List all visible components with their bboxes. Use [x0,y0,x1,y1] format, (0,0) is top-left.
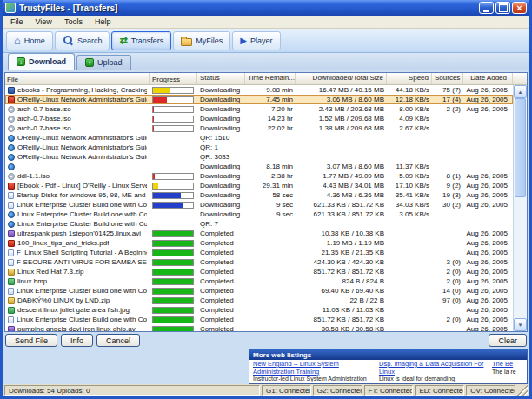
file-icon [8,163,15,170]
time-remaining: 7.20 hr [245,104,296,114]
info-button[interactable]: Info [61,334,93,347]
vertical-scrollbar[interactable] [513,85,527,331]
size-text: 3.06 MB / 8.60 MB [296,95,387,104]
menu-view[interactable]: View [30,17,58,26]
progress-bar [152,183,194,190]
table-row[interactable]: Linux Enterprise Cluster Build one with … [5,200,513,209]
table-row[interactable]: Linux Enterprise Cluster Build one with … [5,209,513,219]
minimize-icon[interactable] [479,2,494,14]
toolbar-home-button[interactable]: Home [6,31,53,50]
speed-text: 8.00 KB/s [387,104,432,114]
column-header-progress[interactable]: Progress [150,73,197,84]
table-row[interactable]: ddl-1.1.iso Downloading 2.38 hr 1.77 MB … [5,171,513,181]
file-name: DAĐKÝ%0 LINUX by LND.zip [17,296,110,305]
toolbar-myfiles-button[interactable]: MyFiles [173,31,230,50]
progress-bar [152,249,194,256]
speed-text: 17.10 KB/s [387,181,432,190]
player-icon [240,37,247,45]
table-row[interactable]: Linux Enterprise Cluster Build one with … [5,219,513,229]
table-row[interactable]: arch-0.7-base.iso Downloading 22.02 hr 1… [5,123,513,133]
scrollbar-track[interactable] [514,98,527,318]
table-row[interactable]: ultraspank push 1stepon'01425.linux.avi … [5,229,513,238]
clear-button[interactable]: Clear [489,334,527,347]
table-row[interactable]: Linux Enterprise Cluster Build one with … [5,315,513,324]
send-file-button[interactable]: Send File [5,334,57,347]
column-header-status[interactable]: Status [197,73,245,84]
file-name: linux.bmp [17,276,47,286]
column-header-date-added[interactable]: Date Added [463,73,513,84]
table-row[interactable]: DAĐKÝ%0 LINUX by LND.zip Completed 22 B … [5,296,513,305]
progress-bar [152,116,194,123]
size-text [296,133,387,143]
status-text: Completed [197,267,245,276]
scroll-down-icon[interactable] [514,318,527,331]
column-header-sources[interactable]: Sources [432,73,463,84]
scroll-up-icon[interactable] [514,85,527,98]
transfers-icon [119,36,127,45]
table-row[interactable]: Downloading 8.18 min 3.07 MB / 8.60 MB 1… [5,162,513,171]
network-status-ov: OV: Connected [466,385,515,396]
tab-upload[interactable]: Upload [76,55,131,70]
size-text: 21.35 KB / 21.35 KB [296,248,387,257]
status-text: Completed [197,305,245,315]
time-remaining [245,219,296,229]
status-text: Downloading [197,171,245,181]
size-text: 16.47 MB / 40.15 MB [296,85,387,95]
column-header-time-remaining[interactable]: Time Remain... [245,73,296,84]
table-row[interactable]: Linux Enterprise Cluster Build one with … [5,286,513,296]
speed-text [387,305,432,315]
status-text: QR: 7 [197,219,245,229]
menu-tools[interactable]: Tools [58,17,89,26]
date-added: Aug 26, 2005 [463,305,513,315]
table-row[interactable]: arch-0.7-base.iso Downloading 14.23 hr 1… [5,114,513,123]
speed-text: 35.41 KB/s [387,190,432,200]
ad-link[interactable]: Dsp. Imaging & Data Acquisition For Linu… [379,361,485,376]
table-row[interactable]: OReilly-Linux Network Administrator's Gu… [5,95,513,104]
status-text: Downloading [197,162,245,171]
table-row[interactable]: Startup Disks for windows 95, 98, ME and… [5,190,513,200]
table-row[interactable]: descent linux juliet gate area fish.jpg … [5,305,513,315]
table-row[interactable]: pumping angels devi iron linux ohio.avi … [5,324,513,331]
table-row[interactable]: OReilly-Linux Network Administrator's Gu… [5,152,513,162]
date-added: Aug 26, 2005 [463,324,513,331]
menu-help[interactable]: Help [89,17,117,26]
table-row[interactable]: Linux Red Hat 7.3.zip Completed 851.72 K… [5,267,513,276]
table-row[interactable]: 100_linux_tips_and_tricks.pdf Completed … [5,238,513,248]
tab-download[interactable]: Download [8,53,75,70]
table-row[interactable]: arch-0.7-base.iso Downloading 7.20 hr 2.… [5,104,513,114]
file-name: arch-0.7-base.iso [17,114,71,123]
table-row[interactable]: ebooks - Programming, Hacking, Cracking,… [5,85,513,95]
table-row[interactable]: linux.bmp Completed 824 B / 824 B 2 (0) … [5,276,513,286]
sources-text: 14 (0) [432,286,463,296]
toolbar-player-button[interactable]: Player [232,31,280,50]
size-text: 1.38 MB / 209.68 MB [296,123,387,133]
menu-file[interactable]: File [4,17,30,26]
size-text: 851.72 KB / 851.72 KB [296,315,387,324]
toolbar-transfers-button[interactable]: Transfers [111,31,171,50]
close-icon[interactable] [512,2,527,14]
table-row[interactable]: F_Linux Shell Scripting Tutorial - A Beg… [5,248,513,257]
size-text: 22 B / 22 B [296,296,387,305]
date-added: Aug 26, 2005 [463,267,513,276]
table-row[interactable]: OReilly-Linux Network Administrator's Gu… [5,133,513,143]
date-added: Aug 26, 2005 [463,95,513,104]
file-name: descent linux juliet gate area fish.jpg [17,305,130,315]
sources-text: 9 (2) [432,181,463,190]
scrollbar-thumb[interactable] [515,98,526,197]
column-header-speed[interactable]: Speed [387,73,432,84]
sources-text [432,219,463,229]
speed-text [387,248,432,257]
table-row[interactable]: [Ebook - Pdf - Linux] O'Reilly - Linux S… [5,181,513,190]
table-row[interactable]: F-SECURE ANTI-VIRUS FOR SAMBA SERV... Co… [5,257,513,267]
toolbar-search-button[interactable]: Search [55,31,110,50]
resize-grip[interactable] [517,385,528,396]
cancel-button[interactable]: Cancel [96,334,140,347]
maximize-icon[interactable] [495,2,510,14]
column-header-file[interactable]: File [5,73,150,84]
progress-bar [152,230,194,237]
column-header-size[interactable]: Downloaded/Total Size [296,73,387,84]
size-text: 424.30 KB / 424.30 KB [296,257,387,267]
ad-link[interactable]: The Be [492,361,523,369]
ad-link[interactable]: New England -- Linux System Administrati… [253,361,372,376]
table-row[interactable]: OReilly-Linux Network Administrator's Gu… [5,143,513,152]
